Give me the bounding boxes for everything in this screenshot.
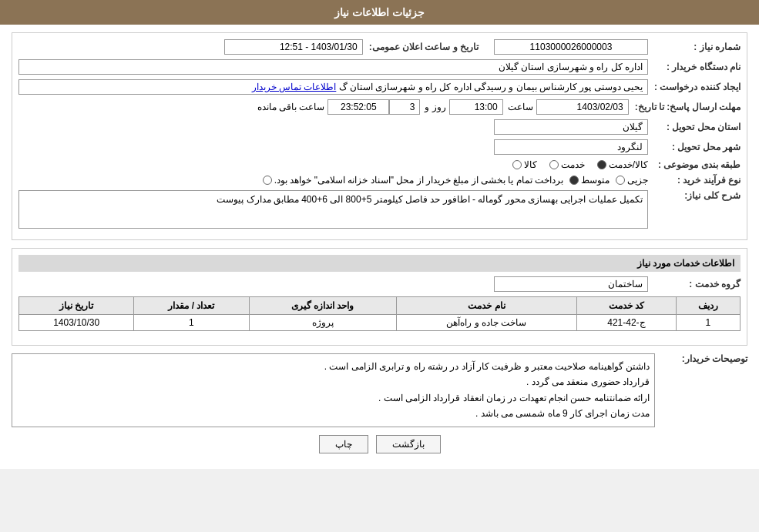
row-buyer-notes: توصیحات خریدار: داشتن گواهینامه صلاحیت م… bbox=[12, 353, 747, 427]
creator-value: یحیی دوستی پور کارشناس بیمان و رسیدگی اد… bbox=[18, 79, 648, 95]
category-kala-radio bbox=[512, 160, 522, 169]
category-options: کالا خدمت کالا/خدمت bbox=[512, 159, 648, 170]
table-body: 1ج-42-421ساخت جاده و راه‌آهنپروژه11403/1… bbox=[19, 315, 741, 331]
category-khedmat-radio bbox=[549, 160, 559, 169]
service-group-label: گروه خدمت : bbox=[648, 279, 741, 289]
process-label: نوع فرآیند خرید : bbox=[648, 175, 741, 186]
row-city: شهر محل تحویل : لنگرود bbox=[18, 139, 741, 155]
buyer-note-line: داشتن گواهینامه صلاحیت معتبر و ظرفیت کار… bbox=[17, 359, 650, 374]
row-province: استان محل تحویل : گیلان bbox=[18, 119, 741, 135]
creator-link[interactable]: اطلاعات تماس خریدار bbox=[252, 82, 337, 92]
process-option-motawaset[interactable]: متوسط bbox=[569, 175, 610, 186]
announcement-date-label: تاریخ و ساعت اعلان عمومی: bbox=[363, 42, 479, 52]
process-pardakht-radio bbox=[263, 176, 272, 185]
info-section: شماره نیاز : 1103000026000003 تاریخ و سا… bbox=[12, 32, 747, 240]
row-category: طبقه بندی موضوعی : کالا خدمت کالا/خدمت bbox=[18, 159, 741, 170]
page-container: جزئیات اطلاعات نیاز شماره نیاز : 1103000… bbox=[0, 0, 759, 469]
province-value: گیلان bbox=[494, 119, 648, 135]
category-option-khedmat[interactable]: خدمت bbox=[549, 159, 585, 170]
category-khedmat-label: خدمت bbox=[561, 159, 585, 170]
description-label: شرح کلی نیاز: bbox=[648, 190, 741, 201]
category-option-kala-khedmat[interactable]: کالا/خدمت bbox=[597, 159, 648, 170]
process-jozi-radio bbox=[616, 176, 625, 185]
time-value: 13:00 bbox=[449, 99, 503, 115]
cell-quantity: 1 bbox=[134, 315, 249, 331]
buyer-note-line: ارائه ضمانتنامه حسن انجام تعهدات در زمان… bbox=[17, 390, 650, 406]
row-send-date: مهلت ارسال پاسخ: تا تاریخ: 1403/02/03 سا… bbox=[18, 99, 741, 115]
province-label: استان محل تحویل : bbox=[648, 122, 741, 132]
need-number-value: 1103000026000003 bbox=[494, 39, 648, 55]
creator-label: ایجاد کننده درخواست : bbox=[648, 82, 741, 92]
process-options: جزیی متوسط برداخت تمام یا بخشی از مبلغ خ… bbox=[18, 175, 648, 186]
process-option-pardakht[interactable]: برداخت تمام یا بخشی از مبلغ خریدار از مح… bbox=[263, 175, 563, 186]
buyer-note-line: قرارداد حضوری منعقد می گردد . bbox=[17, 374, 650, 390]
row-process: نوع فرآیند خرید : جزیی متوسط برداخت تمام… bbox=[18, 175, 741, 186]
service-info-title: اطلاعات خدمات مورد نیاز bbox=[18, 255, 741, 272]
cell-code: ج-42-421 bbox=[577, 315, 677, 331]
city-value: لنگرود bbox=[494, 139, 648, 155]
page-header: جزئیات اطلاعات نیاز bbox=[0, 0, 759, 25]
process-option-jozi[interactable]: جزیی bbox=[616, 175, 648, 186]
days-value: 3 bbox=[389, 99, 420, 115]
buyer-note-line: مدت زمان اجرای کار 9 ماه شمسی می باشد . bbox=[17, 406, 650, 421]
send-date-label: مهلت ارسال پاسخ: تا تاریخ: bbox=[629, 102, 741, 112]
print-button[interactable]: چاپ bbox=[319, 435, 368, 453]
city-label: شهر محل تحویل : bbox=[648, 142, 741, 152]
row-description: شرح کلی نیاز: تکمیل عملیات اجرایی بهسازی… bbox=[18, 190, 741, 229]
row-service-group: گروه خدمت : ساختمان bbox=[18, 276, 741, 292]
process-motawaset-label: متوسط bbox=[581, 175, 610, 186]
row-need-number: شماره نیاز : 1103000026000003 تاریخ و سا… bbox=[18, 39, 741, 55]
button-row: بازگشت چاپ bbox=[12, 435, 747, 453]
process-jozi-label: جزیی bbox=[627, 175, 648, 186]
cell-date: 1403/10/30 bbox=[19, 315, 134, 331]
buyer-notes-label: توصیحات خریدار: bbox=[655, 353, 747, 364]
cell-name: ساخت جاده و راه‌آهن bbox=[396, 315, 576, 331]
back-button[interactable]: بازگشت bbox=[376, 435, 441, 453]
services-table: ردیف کد خدمت نام خدمت واحد اندازه گیری ت… bbox=[18, 296, 741, 331]
table-row: 1ج-42-421ساخت جاده و راه‌آهنپروژه11403/1… bbox=[19, 315, 741, 331]
description-value: تکمیل عملیات اجرایی بهسازی محور گوماله -… bbox=[18, 190, 648, 229]
table-header: ردیف کد خدمت نام خدمت واحد اندازه گیری ت… bbox=[19, 297, 741, 315]
cell-row: 1 bbox=[676, 315, 740, 331]
page-title: جزئیات اطلاعات نیاز bbox=[334, 6, 425, 18]
category-label: طبقه بندی موضوعی : bbox=[648, 159, 741, 170]
col-unit: واحد اندازه گیری bbox=[249, 297, 396, 315]
col-qty: تعداد / مقدار bbox=[134, 297, 249, 315]
main-content: شماره نیاز : 1103000026000003 تاریخ و سا… bbox=[0, 25, 759, 469]
row-creator: ایجاد کننده درخواست : یحیی دوستی پور کار… bbox=[18, 79, 741, 95]
buyer-notes-content: داشتن گواهینامه صلاحیت معتبر و ظرفیت کار… bbox=[12, 353, 655, 427]
service-info-section: اطلاعات خدمات مورد نیاز گروه خدمت : ساخت… bbox=[12, 248, 747, 346]
announcement-date-value: 1403/01/30 - 12:51 bbox=[224, 39, 363, 55]
row-buyer-name: نام دستگاه خریدار : اداره کل راه و شهرسا… bbox=[18, 59, 741, 75]
process-motawaset-radio bbox=[569, 176, 579, 185]
remaining-label: ساعت باقی مانده bbox=[257, 102, 325, 112]
col-row: ردیف bbox=[676, 297, 740, 315]
col-code: کد خدمت bbox=[577, 297, 677, 315]
buyer-name-value: اداره کل راه و شهرسازی استان گیلان bbox=[18, 59, 648, 75]
days-label: روز و bbox=[425, 102, 445, 112]
category-kala-khedmat-label: کالا/خدمت bbox=[609, 159, 648, 170]
remaining-value: 23:52:05 bbox=[327, 99, 389, 115]
category-kala-label: کالا bbox=[524, 159, 537, 170]
buyer-name-label: نام دستگاه خریدار : bbox=[648, 62, 741, 72]
col-date: تاریخ نیاز bbox=[19, 297, 134, 315]
time-label: ساعت bbox=[508, 102, 533, 112]
category-option-kala[interactable]: کالا bbox=[512, 159, 537, 170]
cell-unit: پروژه bbox=[249, 315, 396, 331]
date-value: 1403/02/03 bbox=[536, 99, 629, 115]
col-name: نام خدمت bbox=[396, 297, 576, 315]
need-number-label: شماره نیاز : bbox=[648, 42, 741, 52]
service-group-value: ساختمان bbox=[494, 276, 648, 292]
category-kala-khedmat-radio bbox=[597, 160, 606, 169]
creator-text: یحیی دوستی پور کارشناس بیمان و رسیدگی اد… bbox=[339, 82, 643, 92]
process-pardakht-label: برداخت تمام یا بخشی از مبلغ خریدار از مح… bbox=[274, 175, 563, 186]
